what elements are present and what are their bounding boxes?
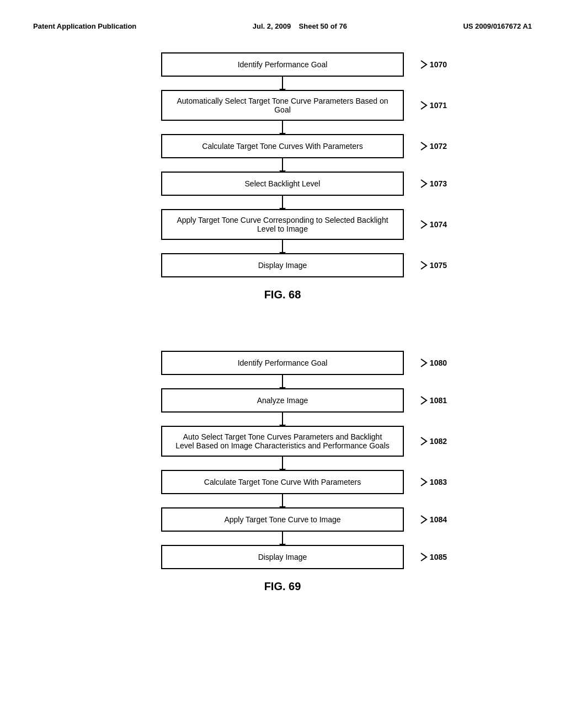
- flow-box-id-1073: 1073: [430, 179, 447, 188]
- flow-box-text-1071: Automatically Select Target Tone Curve P…: [173, 97, 392, 114]
- header-patent: US 2009/0167672 A1: [463, 22, 532, 30]
- arrow-icon-0: [282, 375, 283, 388]
- tick-icon-1072: [420, 141, 428, 151]
- tick-icon-1082: [420, 436, 428, 446]
- flow-box-1085: Display Image1085: [161, 545, 404, 569]
- flow-box-id-1070: 1070: [430, 60, 447, 69]
- page: Patent Application Publication Jul. 2, 2…: [0, 0, 565, 728]
- flow-box-1082: Auto Select Target Tone Curves Parameter…: [161, 426, 404, 457]
- flow-box-1084: Apply Target Tone Curve to Image1084: [161, 507, 404, 532]
- arrow-down-2: [282, 457, 283, 470]
- arrow-icon-3: [282, 196, 283, 209]
- flow-box-label-1081: 1081: [420, 395, 447, 405]
- fig68-diagram: Identify Performance Goal1070Automatical…: [134, 52, 431, 277]
- flow-box-text-1085: Display Image: [258, 553, 307, 561]
- tick-icon-1081: [420, 395, 428, 405]
- flow-box-1071: Automatically Select Target Tone Curve P…: [161, 90, 404, 121]
- fig69-diagram: Identify Performance Goal1080Analyze Ima…: [134, 351, 431, 569]
- flow-step-wrapper: Select Backlight Level1073: [134, 172, 431, 196]
- tick-icon-1083: [420, 477, 428, 487]
- flow-box-label-1074: 1074: [420, 220, 447, 229]
- flow-box-id-1085: 1085: [430, 553, 447, 561]
- flow-step-wrapper: Identify Performance Goal1070: [134, 52, 431, 77]
- flow-box-label-1072: 1072: [420, 141, 447, 151]
- flow-step-wrapper: Apply Target Tone Curve to Image1084: [134, 507, 431, 532]
- arrow-down-1: [282, 413, 283, 426]
- header-date-sheet: Jul. 2, 2009 Sheet 50 of 76: [253, 22, 347, 30]
- tick-icon-1084: [420, 515, 428, 524]
- arrow-down-0: [282, 77, 283, 90]
- flow-box-id-1072: 1072: [430, 142, 447, 151]
- flow-box-id-1080: 1080: [430, 358, 447, 367]
- flow-step-wrapper: Apply Target Tone Curve Corresponding to…: [134, 209, 431, 240]
- flow-box-label-1071: 1071: [420, 100, 447, 110]
- arrow-icon-1: [282, 413, 283, 426]
- flow-box-id-1083: 1083: [430, 478, 447, 486]
- tick-icon-1085: [420, 552, 428, 562]
- flow-box-id-1071: 1071: [430, 101, 447, 110]
- flow-step-wrapper: Display Image1075: [134, 253, 431, 277]
- tick-icon-1074: [420, 220, 428, 229]
- flow-box-id-1075: 1075: [430, 261, 447, 270]
- flow-step-wrapper: Identify Performance Goal1080: [134, 351, 431, 375]
- flow-box-text-1080: Identify Performance Goal: [238, 358, 328, 367]
- flow-step-wrapper: Auto Select Target Tone Curves Parameter…: [134, 426, 431, 457]
- arrow-down-4: [282, 532, 283, 545]
- flow-box-1075: Display Image1075: [161, 253, 404, 277]
- arrow-down-1: [282, 121, 283, 134]
- arrow-icon-3: [282, 494, 283, 507]
- flow-box-text-1073: Select Backlight Level: [245, 179, 321, 188]
- flow-box-1074: Apply Target Tone Curve Corresponding to…: [161, 209, 404, 240]
- flow-box-1080: Identify Performance Goal1080: [161, 351, 404, 375]
- flow-box-text-1083: Calculate Target Tone Curve With Paramet…: [204, 478, 361, 486]
- page-header: Patent Application Publication Jul. 2, 2…: [33, 22, 532, 30]
- fig69-label: FIG. 69: [264, 580, 301, 593]
- flow-box-1070: Identify Performance Goal1070: [161, 52, 404, 77]
- tick-icon-1080: [420, 358, 428, 368]
- tick-icon-1071: [420, 100, 428, 110]
- arrow-icon-0: [282, 77, 283, 90]
- flow-box-text-1072: Calculate Target Tone Curves With Parame…: [202, 142, 363, 151]
- flow-box-1073: Select Backlight Level1073: [161, 172, 404, 196]
- flow-box-id-1074: 1074: [430, 220, 447, 229]
- flow-box-label-1073: 1073: [420, 179, 447, 189]
- flow-step-wrapper: Automatically Select Target Tone Curve P…: [134, 90, 431, 121]
- flow-box-id-1081: 1081: [430, 396, 447, 405]
- arrow-icon-4: [282, 532, 283, 545]
- flow-box-label-1084: 1084: [420, 515, 447, 524]
- arrow-down-3: [282, 494, 283, 507]
- flow-box-text-1084: Apply Target Tone Curve to Image: [224, 515, 340, 524]
- flow-box-text-1074: Apply Target Tone Curve Corresponding to…: [173, 216, 392, 233]
- flow-box-label-1082: 1082: [420, 436, 447, 446]
- arrow-icon-2: [282, 158, 283, 172]
- flow-box-label-1083: 1083: [420, 477, 447, 487]
- header-sheet: Sheet 50 of 76: [299, 22, 347, 30]
- fig68-container: Identify Performance Goal1070Automatical…: [33, 52, 532, 301]
- flow-box-label-1070: 1070: [420, 60, 447, 69]
- arrow-down-0: [282, 375, 283, 388]
- flow-box-label-1075: 1075: [420, 260, 447, 270]
- flow-box-text-1082: Auto Select Target Tone Curves Parameter…: [173, 432, 392, 450]
- arrow-icon-2: [282, 457, 283, 470]
- flow-box-1072: Calculate Target Tone Curves With Parame…: [161, 134, 404, 158]
- arrow-down-3: [282, 196, 283, 209]
- flow-box-id-1082: 1082: [430, 437, 447, 446]
- flow-box-text-1070: Identify Performance Goal: [238, 60, 328, 69]
- flow-box-label-1085: 1085: [420, 552, 447, 562]
- flow-box-label-1080: 1080: [420, 358, 447, 368]
- flow-box-1081: Analyze Image1081: [161, 388, 404, 413]
- header-publisher: Patent Application Publication: [33, 22, 136, 30]
- header-date: Jul. 2, 2009: [253, 22, 291, 30]
- flow-box-text-1081: Analyze Image: [257, 396, 308, 405]
- flow-box-text-1075: Display Image: [258, 261, 307, 270]
- tick-icon-1070: [420, 60, 428, 69]
- flow-box-id-1084: 1084: [430, 515, 447, 524]
- arrow-icon-4: [282, 240, 283, 253]
- flow-step-wrapper: Calculate Target Tone Curve With Paramet…: [134, 470, 431, 494]
- tick-icon-1075: [420, 260, 428, 270]
- flow-step-wrapper: Analyze Image1081: [134, 388, 431, 413]
- flow-box-1083: Calculate Target Tone Curve With Paramet…: [161, 470, 404, 494]
- fig68-label: FIG. 68: [264, 288, 301, 301]
- flow-step-wrapper: Calculate Target Tone Curves With Parame…: [134, 134, 431, 158]
- arrow-down-2: [282, 158, 283, 172]
